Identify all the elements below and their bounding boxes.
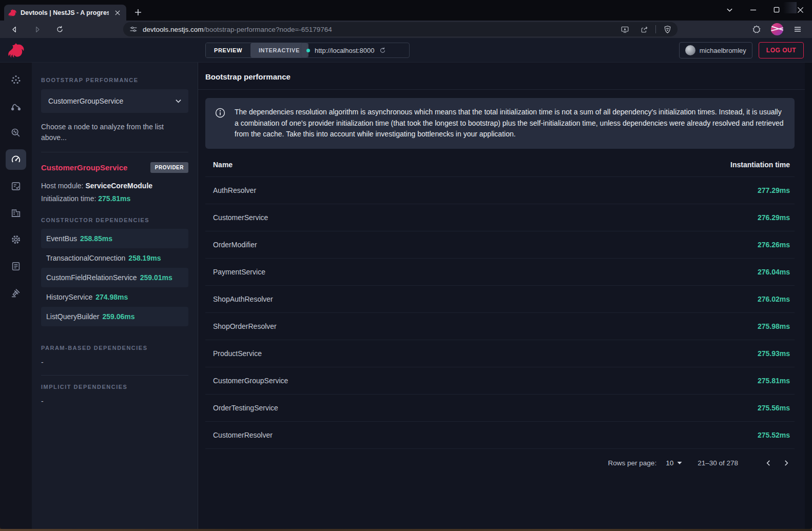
scrollbar-gutter[interactable] <box>805 63 812 529</box>
sidebar-item-audit[interactable] <box>6 283 26 303</box>
tab-close-icon[interactable] <box>113 8 122 17</box>
share-icon[interactable] <box>636 22 652 36</box>
new-tab-button[interactable] <box>130 5 146 20</box>
info-text: The dependencies resolution algorithm is… <box>235 107 785 140</box>
row-name: CustomerService <box>213 213 268 222</box>
constructor-deps-title: CONSTRUCTOR DEPENDENCIES <box>41 217 188 223</box>
header-right: michaelbromley LOG OUT <box>679 42 804 58</box>
row-name: AuthResolver <box>213 186 256 194</box>
rows-per-page-select[interactable]: 10 <box>666 459 682 467</box>
brave-shields-icon[interactable] <box>659 22 675 36</box>
user-avatar <box>685 45 695 55</box>
table-row[interactable]: PaymentService 276.04ms <box>205 258 795 285</box>
sidebar-item-performance[interactable] <box>6 149 26 170</box>
row-time: 275.52ms <box>758 431 790 439</box>
refresh-icon[interactable] <box>379 47 386 54</box>
dependency-item[interactable]: TransactionalConnection 258.19ms <box>41 248 188 268</box>
sidebar-item-docs[interactable] <box>6 256 26 277</box>
implicit-deps-title: IMPLICIT DEPENDENCIES <box>41 384 188 390</box>
nestjs-logo[interactable] <box>0 38 32 63</box>
row-name: ShopOrderResolver <box>213 322 277 330</box>
target-url-box[interactable]: http://localhost:8000 <box>301 43 410 58</box>
close-button[interactable] <box>788 0 812 19</box>
selected-node-name: CustomerGroupService <box>41 163 127 172</box>
dependency-item[interactable]: EventBus 258.85ms <box>41 229 188 248</box>
sidebar-item-registry[interactable] <box>6 176 26 196</box>
table-row[interactable]: CustomerService 276.29ms <box>205 204 795 231</box>
tab-preview[interactable]: PREVIEW <box>206 43 250 57</box>
sidebar-item-modules[interactable] <box>6 203 26 223</box>
logout-button[interactable]: LOG OUT <box>759 42 804 58</box>
page-title: Bootstrap performance <box>205 72 291 81</box>
table-row[interactable]: OrderModifier 276.26ms <box>205 231 795 258</box>
site-settings-icon[interactable] <box>129 25 138 33</box>
chevron-down-icon <box>677 461 682 465</box>
toolbar-divider <box>655 25 656 33</box>
status-dot <box>306 49 310 52</box>
dependency-time: 258.85ms <box>80 234 112 243</box>
implicit-deps-value: - <box>41 397 188 405</box>
init-time-value: 275.81ms <box>98 194 130 203</box>
devtools-page: PREVIEW INTERACTIVE http://localhost:800… <box>0 38 812 529</box>
browser-profile-avatar[interactable] <box>771 23 783 35</box>
browser-toolbar: devtools.nestjs.com/bootstrap-performanc… <box>0 21 812 38</box>
address-bar[interactable]: devtools.nestjs.com/bootstrap-performanc… <box>123 22 678 36</box>
main-content: Bootstrap performance The dependencies r… <box>198 63 812 529</box>
row-name: OrderTestingService <box>213 404 278 412</box>
minimize-button[interactable] <box>741 0 765 19</box>
content-header: Bootstrap performance <box>198 63 812 90</box>
node-select[interactable]: CustomerGroupService <box>41 89 188 113</box>
dependency-item[interactable]: ListQueryBuilder 259.06ms <box>41 307 188 326</box>
extensions-icon[interactable] <box>748 22 765 36</box>
table-row[interactable]: OrderTestingService 275.56ms <box>205 394 795 421</box>
rows-per-page-label: Rows per page: <box>608 459 657 467</box>
pagination-range: 21–30 of 278 <box>698 459 738 467</box>
next-page-icon[interactable] <box>777 454 795 471</box>
row-time: 276.29ms <box>758 213 790 222</box>
column-name: Name <box>213 161 233 169</box>
sidebar-item-settings[interactable] <box>6 229 26 250</box>
table-row[interactable]: CustomerGroupService 275.81ms <box>205 367 795 394</box>
constructor-deps-list: EventBus 258.85ms TransactionalConnectio… <box>41 229 188 326</box>
table-row[interactable]: AuthResolver 277.29ms <box>205 176 795 204</box>
table-row[interactable]: CustomerResolver 275.52ms <box>205 421 795 448</box>
info-box: The dependencies resolution algorithm is… <box>205 98 795 149</box>
address-bar-actions <box>616 22 675 36</box>
table-row[interactable]: ProductService 275.93ms <box>205 340 795 367</box>
forward-button[interactable] <box>29 22 45 36</box>
sidebar-item-inspect[interactable] <box>6 123 26 143</box>
dependency-item[interactable]: CustomFieldRelationService 259.01ms <box>41 268 188 287</box>
table-row[interactable]: ShopOrderResolver 275.98ms <box>205 312 795 340</box>
row-name: PaymentService <box>213 268 265 276</box>
browser-tab[interactable]: Devtools | NestJS - A progressive <box>4 5 126 21</box>
url-host: devtools.nestjs.com <box>143 26 204 33</box>
param-deps-title: PARAM-BASED DEPENDENCIES <box>41 345 188 351</box>
maximize-button[interactable] <box>765 0 788 19</box>
row-name: CustomerResolver <box>213 431 273 439</box>
panel-title: BOOTSTRAP PERFORMANCE <box>41 77 188 83</box>
desktop-edge <box>0 529 812 531</box>
reload-button[interactable] <box>51 22 68 36</box>
dependency-time: 259.01ms <box>140 273 172 282</box>
tab-title: Devtools | NestJS - A progressive <box>21 9 109 16</box>
node-select-value: CustomerGroupService <box>48 97 123 105</box>
dependency-time: 259.06ms <box>103 312 135 321</box>
previous-page-icon[interactable] <box>760 454 777 471</box>
user-chip[interactable]: michaelbromley <box>679 42 752 58</box>
sidebar-item-routes[interactable] <box>6 96 26 116</box>
row-time: 276.04ms <box>758 268 790 276</box>
host-module-value: ServiceCoreModule <box>85 182 152 190</box>
row-name: ProductService <box>213 349 262 358</box>
back-button[interactable] <box>6 22 23 36</box>
chevron-down-icon <box>176 99 181 103</box>
dependency-item[interactable]: HistoryService 274.98ms <box>41 287 188 307</box>
tab-search-icon[interactable] <box>718 0 741 19</box>
sidebar-item-graph[interactable] <box>6 69 26 90</box>
mode-switch: PREVIEW INTERACTIVE <box>205 43 308 58</box>
init-time-row: Initialization time: 275.81ms <box>41 193 188 204</box>
table-row[interactable]: ShopAuthResolver 276.02ms <box>205 285 795 312</box>
dependency-name: CustomFieldRelationService <box>46 273 137 282</box>
save-to-device-icon[interactable] <box>616 22 633 36</box>
tab-interactive[interactable]: INTERACTIVE <box>250 43 308 57</box>
browser-menu-icon[interactable] <box>789 22 806 36</box>
